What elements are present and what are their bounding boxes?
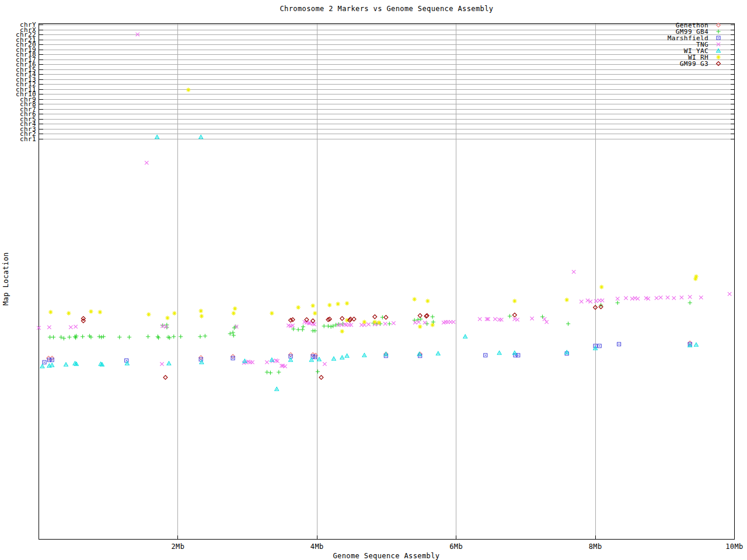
data-point (436, 352, 440, 355)
marker-shape (164, 325, 167, 328)
marker-dot (718, 51, 719, 52)
x-tick-label: 6Mb (449, 542, 463, 551)
marker-dot (290, 356, 291, 357)
marker-shape (146, 334, 150, 338)
data-point (544, 320, 548, 324)
marker-shape (160, 323, 165, 327)
marker-shape (543, 317, 546, 321)
data-point (659, 296, 662, 299)
marker-dot (51, 365, 53, 366)
data-point (497, 351, 501, 355)
legend-entry: GM99 G3 (680, 60, 721, 68)
data-point (198, 334, 202, 338)
marker-shape (336, 302, 340, 306)
data-point (163, 376, 167, 380)
data-point (67, 335, 71, 339)
marker-shape (383, 322, 387, 326)
marker-shape (388, 321, 392, 326)
marker-shape (301, 324, 305, 328)
marker-dot (271, 360, 273, 361)
data-point (322, 324, 326, 328)
data-point (463, 335, 467, 338)
marker-shape (716, 55, 721, 60)
data-point (291, 318, 295, 322)
marker-shape (265, 370, 269, 374)
data-point (67, 311, 71, 316)
marker-dot (311, 360, 312, 361)
marker-dot (201, 362, 203, 363)
data-point (64, 363, 68, 366)
legend-entry: Marshfield (668, 34, 720, 42)
data-point (493, 317, 497, 321)
data-point (512, 351, 516, 355)
data-point (345, 354, 349, 358)
data-point (265, 360, 268, 364)
marker-dot (126, 360, 127, 361)
marker-shape (102, 334, 106, 338)
data-point (146, 312, 151, 317)
data-point (40, 365, 44, 368)
data-point (425, 299, 430, 303)
data-point (127, 335, 131, 339)
marker-dot (718, 37, 719, 38)
data-point (277, 370, 281, 374)
data-point (512, 299, 517, 303)
points-layer (37, 33, 731, 391)
marker-shape (366, 323, 370, 326)
marker-shape (425, 314, 429, 318)
marker-dot (514, 353, 515, 354)
chart-figure: chrYchrXchr22chr21chr20chr19chr18chr17ch… (0, 0, 747, 560)
marker-dot (595, 348, 596, 349)
data-point (594, 299, 598, 303)
data-point (155, 135, 159, 139)
marker-shape (270, 311, 274, 316)
data-point (301, 327, 305, 331)
data-point (81, 334, 85, 338)
data-point (417, 320, 420, 324)
marker-dot (333, 359, 334, 360)
marker-shape (313, 328, 317, 332)
data-point (617, 342, 621, 346)
legend-label: GM99 G3 (680, 60, 708, 68)
marker-shape (323, 362, 326, 366)
marker-shape (616, 297, 619, 300)
marker-shape (413, 321, 417, 324)
data-point (413, 321, 417, 324)
marker-shape (680, 296, 683, 299)
marker-shape (497, 318, 501, 321)
marker-shape (81, 334, 85, 338)
marker-shape (728, 292, 731, 296)
data-point (564, 298, 569, 302)
marker-dot (619, 344, 620, 345)
marker-shape (319, 376, 323, 380)
data-point (199, 135, 203, 139)
marker-shape (417, 320, 420, 324)
marker-shape (508, 314, 512, 318)
marker-shape (616, 300, 620, 304)
marker-shape (172, 334, 176, 338)
marker-shape (198, 334, 202, 338)
marker-shape (233, 306, 238, 311)
marker-shape (172, 311, 177, 316)
data-point (680, 296, 683, 299)
data-point (412, 297, 417, 302)
data-point (270, 311, 274, 316)
grid-layer (39, 24, 735, 540)
data-point (51, 335, 55, 339)
series-wi-rh (48, 88, 699, 334)
data-point (598, 344, 601, 348)
marker-dot (485, 355, 486, 356)
data-point (672, 296, 676, 300)
data-point (418, 324, 423, 329)
data-point (616, 297, 619, 300)
marker-shape (179, 334, 183, 338)
marker-shape (146, 312, 151, 317)
data-point (484, 354, 487, 357)
marker-shape (431, 314, 435, 318)
data-point (289, 318, 293, 323)
x-tick-label: 8Mb (589, 542, 602, 551)
marker-dot (48, 366, 50, 367)
data-point (580, 300, 583, 303)
marker-shape (322, 324, 326, 328)
marker-shape (688, 300, 692, 304)
